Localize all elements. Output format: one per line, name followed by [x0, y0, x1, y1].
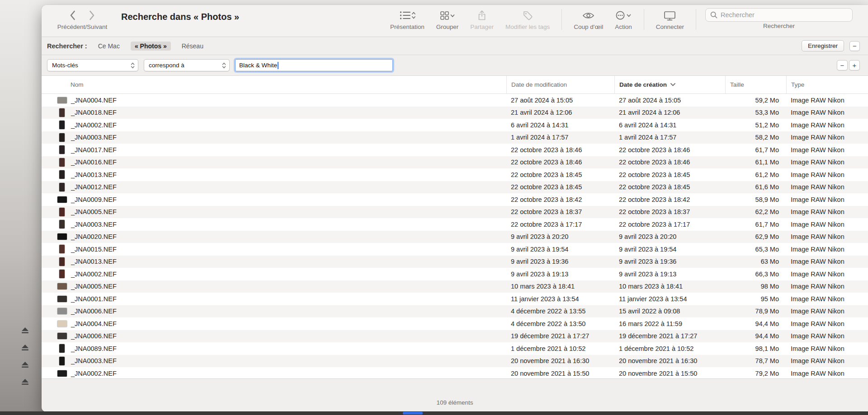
file-row[interactable]: _JNA0016.NEF 22 octobre 2023 à 18:46 22 … [42, 156, 868, 169]
file-row[interactable]: _JNA0005.NEF 10 mars 2023 à 18:41 10 mar… [42, 280, 868, 293]
file-row[interactable]: _JNA0002.NEF 6 avril 2024 à 14:31 6 avri… [42, 119, 868, 131]
file-modified: 22 octobre 2023 à 18:42 [506, 193, 614, 206]
file-row[interactable]: _JNA0018.NEF 21 avril 2024 à 12:06 21 av… [42, 107, 868, 119]
remove-criterion-button[interactable]: − [837, 60, 848, 70]
file-name: _JNA0012.NEF [71, 183, 117, 191]
file-created: 22 octobre 2023 à 17:17 [614, 218, 725, 231]
file-created: 11 janvier 2023 à 13:54 [614, 293, 725, 305]
file-size: 65,3 Mo [725, 243, 786, 256]
forward-button[interactable] [87, 10, 97, 20]
criteria-value-text: Black & White [239, 62, 277, 69]
item-count: 109 éléments [436, 399, 473, 406]
column-header-name[interactable]: Nom [42, 76, 506, 93]
file-row[interactable]: _JNA0017.NEF 22 octobre 2023 à 18:46 22 … [42, 144, 868, 156]
file-size: 94,4 Mo [725, 330, 786, 343]
file-modified: 27 août 2024 à 15:05 [506, 94, 614, 107]
file-size: 94,4 Mo [725, 317, 786, 330]
file-row[interactable]: _JNA0001.NEF 11 janvier 2023 à 13:54 11 … [42, 293, 868, 305]
criteria-value-input[interactable]: Black & White [235, 59, 393, 71]
toolbar-action-button[interactable]: Action [615, 8, 632, 30]
toolbar-group-button[interactable]: Grouper [436, 8, 459, 30]
column-header-size[interactable]: Taille [725, 76, 786, 93]
save-search-button[interactable]: Enregistrer [802, 40, 844, 51]
file-name: _JNA0003.NEF [71, 221, 117, 228]
file-modified: 9 avril 2023 à 19:13 [506, 268, 614, 280]
stepper-icon [131, 62, 135, 69]
collapse-criteria-button[interactable]: − [849, 41, 860, 51]
file-thumbnail [57, 370, 67, 377]
file-name: _JNA0009.NEF [71, 196, 117, 203]
file-row[interactable]: _JNA0015.NEF 9 avril 2023 à 19:54 9 avri… [42, 243, 868, 256]
file-thumbnail [57, 296, 67, 302]
file-row[interactable]: _JNA0020.NEF 9 avril 2023 à 20:20 9 avri… [42, 231, 868, 243]
scope-photos-selected[interactable]: « Photos » [131, 42, 171, 51]
column-header-type[interactable]: Type [786, 76, 868, 93]
file-row[interactable]: _JNA0089.NEF 1 décembre 2021 à 10:52 1 d… [42, 342, 868, 355]
sort-descending-icon [670, 83, 675, 86]
file-size: 63 Mo [725, 256, 786, 268]
toolbar-presentation-button[interactable]: Présentation [390, 8, 425, 30]
file-created: 19 décembre 2021 à 17:27 [614, 330, 725, 343]
file-modified: 4 décembre 2022 à 13:50 [506, 317, 614, 330]
file-row[interactable]: _JNA0002.NEF 9 avril 2023 à 19:13 9 avri… [42, 268, 868, 280]
file-name: _JNA0003.NEF [71, 357, 117, 364]
eject-icon[interactable] [21, 339, 29, 356]
file-row[interactable]: _JNA0006.NEF 4 décembre 2022 à 13:55 15 … [42, 305, 868, 318]
file-type: Image RAW Nikon [786, 330, 868, 343]
tag-icon [523, 8, 533, 23]
status-bar: 109 éléments [42, 378, 868, 412]
display-icon [664, 8, 676, 23]
file-row[interactable]: _JNA0013.NEF 22 octobre 2023 à 18:45 22 … [42, 168, 868, 181]
file-row[interactable]: _JNA0003.NEF 22 octobre 2023 à 17:17 22 … [42, 218, 868, 231]
file-type: Image RAW Nikon [786, 206, 868, 219]
scope-this-mac[interactable]: Ce Mac [98, 42, 120, 50]
text-caret [278, 62, 278, 69]
file-row[interactable]: _JNA0006.NEF 19 décembre 2021 à 17:27 19… [42, 330, 868, 343]
file-row[interactable]: _JNA0002.NEF 20 novembre 2021 à 15:50 20… [42, 367, 868, 378]
file-row[interactable]: _JNA0005.NEF 22 octobre 2023 à 18:37 22 … [42, 206, 868, 219]
add-criterion-button[interactable]: + [849, 60, 860, 70]
column-header-modified[interactable]: Date de modification [506, 76, 614, 93]
file-name: _JNA0015.NEF [71, 246, 117, 253]
file-modified: 22 octobre 2023 à 17:17 [506, 218, 614, 231]
file-thumbnail [59, 344, 65, 353]
file-name: _JNA0013.NEF [71, 258, 117, 265]
file-row[interactable]: _JNA0004.NEF 27 août 2024 à 15:05 27 aoû… [42, 94, 868, 107]
criteria-operator-dropdown[interactable]: correspond à [144, 59, 230, 71]
column-header-created[interactable]: Date de création [614, 76, 725, 93]
file-thumbnail [57, 196, 67, 203]
toolbar-search-group: Rechercher Rechercher [705, 8, 853, 29]
window-title: Recherche dans « Photos » [121, 12, 239, 22]
file-name: _JNA0004.NEF [71, 97, 117, 104]
eject-icon[interactable] [21, 373, 29, 390]
file-row[interactable]: _JNA0003.NEF 20 novembre 2021 à 16:30 20… [42, 355, 868, 368]
file-name: _JNA0001.NEF [71, 295, 117, 303]
toolbar-connect-button[interactable]: Connecter [656, 8, 684, 30]
eject-icon[interactable] [21, 356, 29, 373]
file-thumbnail [59, 108, 65, 117]
file-row[interactable]: _JNA0012.NEF 22 octobre 2023 à 18:45 22 … [42, 181, 868, 194]
scope-network[interactable]: Réseau [182, 42, 203, 50]
file-created: 22 octobre 2023 à 18:45 [614, 168, 725, 181]
criteria-attribute-dropdown[interactable]: Mots-clés [47, 59, 138, 71]
file-name: _JNA0018.NEF [71, 109, 117, 116]
file-created: 9 avril 2023 à 20:20 [614, 231, 725, 243]
file-thumbnail [59, 133, 65, 142]
file-modified: 21 avril 2024 à 12:06 [506, 107, 614, 119]
search-scope-bar: Rechercher : Ce Mac « Photos » Réseau En… [42, 37, 868, 55]
file-size: 53,3 Mo [725, 107, 786, 119]
file-row[interactable]: _JNA0009.NEF 22 octobre 2023 à 18:42 22 … [42, 193, 868, 206]
back-button[interactable] [68, 10, 77, 20]
file-row[interactable]: _JNA0013.NEF 9 avril 2023 à 19:36 9 avri… [42, 256, 868, 268]
eject-icon[interactable] [21, 322, 29, 339]
file-thumbnail [59, 158, 65, 167]
file-modified: 9 avril 2023 à 20:20 [506, 231, 614, 243]
file-row[interactable]: _JNA0003.NEF 1 avril 2024 à 17:57 1 avri… [42, 131, 868, 144]
file-size: 78,7 Mo [725, 355, 786, 368]
file-modified: 1 avril 2024 à 17:57 [506, 131, 614, 144]
file-row[interactable]: _JNA0004.NEF 4 décembre 2022 à 13:50 16 … [42, 317, 868, 330]
toolbar-quicklook-button[interactable]: Coup d'œil [574, 8, 603, 30]
toolbar-share-button: Partager [470, 8, 494, 30]
file-created: 16 mars 2022 à 11:59 [614, 317, 725, 330]
toolbar-search-field[interactable]: Rechercher [705, 8, 853, 22]
